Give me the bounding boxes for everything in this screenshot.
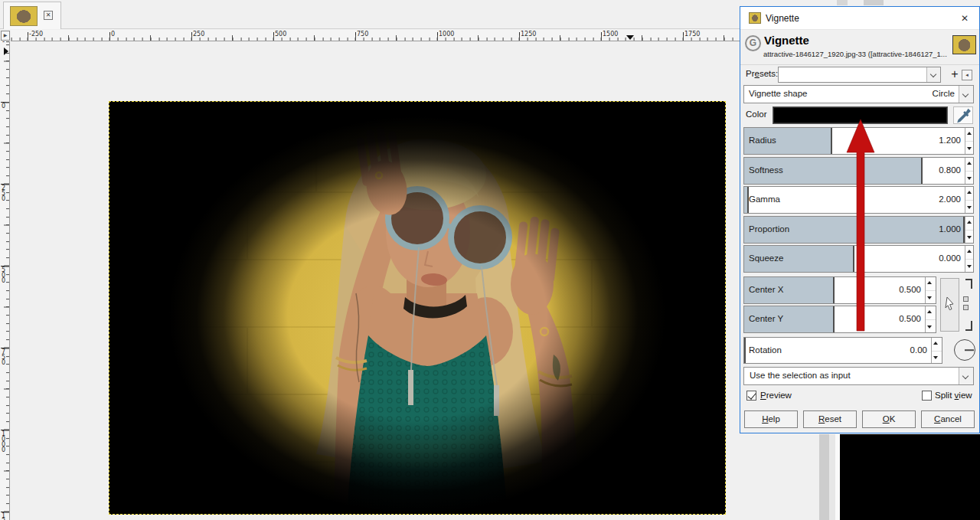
squeeze-label: Squeeze [749,253,783,263]
radius-value: 1.200 [939,136,961,145]
center-x-slider[interactable]: Center X 0.500 [743,276,936,304]
rotation-slider[interactable]: Rotation 0.00 [743,337,942,364]
center-x-value: 0.500 [899,285,921,294]
squeeze-value: 0.000 [939,253,961,263]
rotation-dial-hand [965,349,974,351]
center-y-slider[interactable]: Center Y 0.500 [743,306,936,333]
dialog-title: Vignette [766,13,799,24]
rotation-value: 0.00 [910,345,927,355]
softness-spinbuttons[interactable] [965,158,973,184]
vignette-shape-dropdown[interactable]: Vignette shape Circle [743,85,974,103]
tab-close-icon[interactable]: ✕ [44,11,53,20]
input-mode-value: Use the selection as input [750,371,851,380]
proportion-value: 1.000 [939,224,961,234]
radius-spinbuttons[interactable] [965,128,973,154]
squeeze-spinbuttons[interactable] [965,246,973,272]
center-x-label: Center X [749,285,783,294]
background-scrollbar[interactable] [819,434,829,520]
rotation-spinbuttons[interactable] [931,338,942,363]
chain-link-icon[interactable] [962,279,974,331]
ok-button[interactable]: OK [862,410,916,428]
radius-label: Radius [749,136,776,145]
color-picker-button[interactable] [953,106,973,124]
split-view-checkbox[interactable] [922,391,932,401]
rotation-label: Rotation [749,345,782,355]
add-preset-button[interactable]: + [949,67,961,81]
softness-slider[interactable]: Softness 0.800 [743,157,974,185]
split-view-label: Split view [935,391,972,400]
reset-button[interactable]: Reset [803,410,857,428]
gegl-icon: G [745,35,761,51]
image-tab-thumbnail [10,6,38,26]
chevron-down-icon[interactable] [959,368,973,384]
preview-checkbox[interactable] [746,391,756,401]
help-button[interactable]: Help [744,410,798,428]
center-y-spinbuttons[interactable] [925,306,936,332]
proportion-slider[interactable]: Proportion 1.000 [743,216,974,244]
filter-preview-thumbnail [952,35,976,54]
color-label: Color [746,110,766,119]
color-swatch[interactable] [773,106,948,124]
chevron-down-icon[interactable] [926,67,940,82]
window-fragment [837,0,848,5]
gimp-window: ✕ ▶ -25002505007501000125015001750 - 2 5… [0,0,980,520]
cancel-button[interactable]: Cancel [921,410,975,428]
vignette-dialog: Vignette ✕ G Vignette attractive-1846127… [740,6,980,433]
proportion-spinbuttons[interactable] [965,217,973,243]
window-fragment [864,0,884,5]
dialog-titlebar-icon [749,12,761,24]
image-tab[interactable]: ✕ [3,2,61,29]
divider [740,64,979,65]
proportion-label: Proportion [749,224,789,234]
ruler-left[interactable]: - 2 5 002 5 05 0 07 5 01 0 0 01 2 5 0 [0,41,10,520]
background-canvas-black [840,434,980,520]
ruler-corner-button[interactable]: ▶ [1,31,10,41]
dialog-titlebar[interactable]: Vignette ✕ [740,7,979,30]
gamma-label: Gamma [749,195,780,204]
preview-label: Preview [760,391,792,400]
gamma-slider[interactable]: Gamma 2.000 [743,186,974,214]
eyedropper-icon [954,107,972,123]
close-icon[interactable]: ✕ [958,11,972,25]
presets-label: Presets: [746,69,778,78]
canvas-image[interactable] [109,101,726,515]
squeeze-slider[interactable]: Squeeze 0.000 [743,245,974,273]
background-window-edge [829,434,835,520]
radius-slider[interactable]: Radius 1.200 [743,127,974,155]
softness-value: 0.800 [939,165,961,175]
softness-label: Softness [749,165,783,175]
cursor-arrow-icon [941,279,959,331]
presets-menu-button[interactable]: ◂ [962,70,972,80]
input-mode-dropdown[interactable]: Use the selection as input [743,367,974,385]
center-y-value: 0.500 [899,314,921,323]
gamma-spinbuttons[interactable] [965,187,973,213]
shape-value: Circle [933,89,955,98]
center-y-label: Center Y [749,314,783,323]
pick-center-on-canvas-button[interactable] [940,278,959,332]
rotation-dial[interactable] [954,339,975,361]
chevron-down-icon[interactable] [959,86,973,103]
gamma-value: 2.000 [939,195,961,204]
presets-combobox[interactable] [778,67,941,83]
shape-label: Vignette shape [749,89,808,98]
center-x-spinbuttons[interactable] [925,277,936,303]
photo-artwork [109,102,725,514]
filter-target-image: attractive-1846127_1920.jpg-33 ([attract… [763,50,947,58]
filter-name: Vignette [764,34,809,47]
